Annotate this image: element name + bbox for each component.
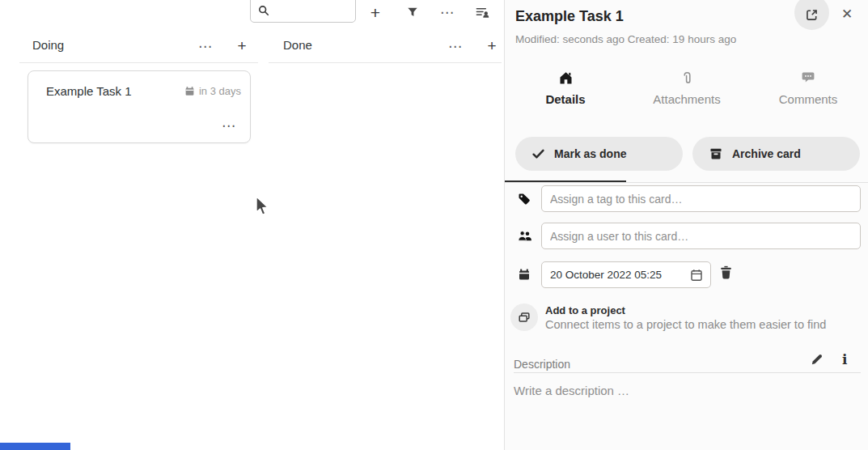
home-icon xyxy=(559,71,573,85)
calendar-picker-icon[interactable] xyxy=(690,269,703,282)
comment-icon xyxy=(802,71,815,83)
kanban-app: + ⋯ Doing ⋯ + Done ⋯ + xyxy=(0,0,868,450)
tab-comments-label: Comments xyxy=(747,92,868,106)
archive-icon xyxy=(709,147,722,160)
column-doing-add-button[interactable]: + xyxy=(231,35,252,56)
archive-card-label: Archive card xyxy=(732,147,801,160)
column-done-add-button[interactable]: + xyxy=(481,35,502,56)
detail-title: Example Task 1 xyxy=(515,8,624,25)
column-title-done: Done xyxy=(283,38,312,52)
remove-date-button[interactable] xyxy=(720,265,732,282)
due-date-icon xyxy=(518,268,531,281)
card-title: Example Task 1 xyxy=(46,84,132,98)
column-done-divider xyxy=(269,62,502,63)
tabs-divider xyxy=(505,182,868,183)
board-pane: + ⋯ Doing ⋯ + Done ⋯ + xyxy=(0,0,503,450)
trash-icon xyxy=(720,265,732,279)
detail-tabs: Details Attachments xyxy=(505,68,868,115)
tag-icon xyxy=(518,193,531,206)
tab-attachments[interactable]: Attachments xyxy=(626,68,747,115)
description-label: Description xyxy=(514,358,570,371)
paperclip-icon xyxy=(682,71,692,86)
close-button[interactable]: ✕ xyxy=(836,2,858,25)
card-detail-panel: Example Task 1 Modified: seconds ago Cre… xyxy=(504,0,868,450)
external-link-icon xyxy=(805,8,819,22)
add-to-project-title[interactable]: Add to a project xyxy=(545,304,625,316)
assignee-filter-button[interactable] xyxy=(472,2,493,23)
pop-out-button[interactable] xyxy=(794,0,829,30)
add-to-project-subtitle: Connect items to a project to make them … xyxy=(545,318,826,331)
mark-as-done-button[interactable]: Mark as done xyxy=(515,137,683,171)
progress-indicator xyxy=(0,443,70,450)
board-menu-button[interactable]: ⋯ xyxy=(437,2,458,23)
pencil-icon xyxy=(811,353,824,366)
search-box xyxy=(250,0,356,23)
tab-details-label: Details xyxy=(505,92,626,106)
board-add-button[interactable]: + xyxy=(365,2,386,23)
calendar-icon xyxy=(184,86,195,96)
filter-button[interactable] xyxy=(402,2,423,23)
assign-user-input[interactable] xyxy=(541,223,861,249)
description-placeholder[interactable]: Write a description … xyxy=(514,384,629,397)
search-input[interactable] xyxy=(251,0,355,22)
due-date-field[interactable]: 20 October 2022 05:25 xyxy=(541,261,711,288)
tab-details[interactable]: Details xyxy=(505,68,626,115)
column-title-doing: Doing xyxy=(32,38,64,52)
detail-meta: Modified: seconds ago Created: 19 hours … xyxy=(515,33,736,45)
description-info-button[interactable]: i xyxy=(842,351,847,367)
kanban-card[interactable]: Example Task 1 in 3 days ⋯ xyxy=(28,70,251,143)
assignee-list-icon xyxy=(476,6,489,19)
edit-description-button[interactable] xyxy=(811,353,824,368)
description-divider xyxy=(514,372,861,373)
project-stack-icon xyxy=(518,311,531,324)
column-doing-menu-button[interactable]: ⋯ xyxy=(195,36,216,57)
tab-attachments-label: Attachments xyxy=(626,92,747,106)
tab-comments[interactable]: Comments xyxy=(747,68,868,115)
column-done-menu-button[interactable]: ⋯ xyxy=(445,36,466,57)
archive-card-button[interactable]: Archive card xyxy=(692,137,860,171)
mouse-cursor xyxy=(253,195,271,218)
check-icon xyxy=(532,149,544,159)
card-due-date: in 3 days xyxy=(184,85,241,97)
assign-tag-input[interactable] xyxy=(541,185,861,212)
card-due-label: in 3 days xyxy=(199,85,241,97)
project-icon-circle[interactable] xyxy=(510,304,538,331)
card-menu-button[interactable]: ⋯ xyxy=(218,115,239,136)
users-icon xyxy=(518,230,531,242)
column-doing-divider xyxy=(19,62,258,63)
mark-as-done-label: Mark as done xyxy=(554,147,626,160)
filter-icon xyxy=(407,6,418,18)
due-date-value: 20 October 2022 05:25 xyxy=(542,269,690,281)
